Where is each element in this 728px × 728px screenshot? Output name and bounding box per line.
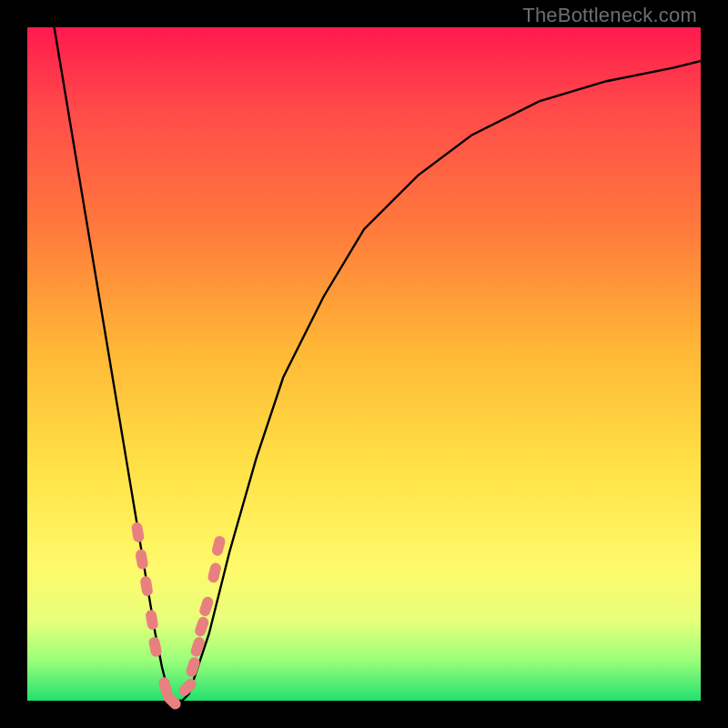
curve-svg — [27, 27, 701, 701]
data-marker — [131, 521, 145, 543]
data-marker — [135, 549, 148, 571]
data-marker — [148, 636, 163, 658]
data-marker — [194, 615, 210, 638]
data-marker — [139, 575, 153, 597]
data-marker — [145, 609, 158, 631]
data-marker — [211, 535, 227, 557]
chart-frame: TheBottleneck.com — [0, 0, 728, 728]
bottleneck-curve — [55, 27, 701, 701]
watermark-text: TheBottleneck.com — [522, 4, 697, 27]
plot-area — [27, 27, 701, 701]
data-marker — [198, 595, 215, 618]
data-marker — [207, 561, 222, 583]
marker-group — [131, 521, 227, 712]
